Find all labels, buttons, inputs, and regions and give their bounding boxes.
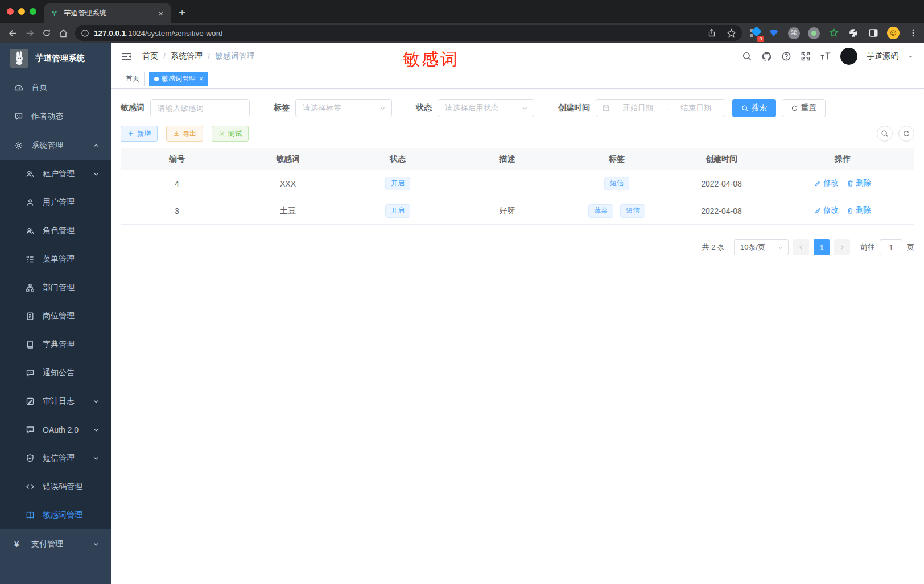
site-info-icon[interactable] (81, 29, 89, 38)
sidebar-item-label: 部门管理 (43, 283, 75, 293)
sidebar-item-user[interactable]: 用户管理 (0, 188, 111, 217)
help-icon[interactable] (781, 51, 791, 61)
edit-link[interactable]: 修改 (814, 178, 839, 188)
close-window-button[interactable] (7, 8, 14, 15)
sidebar-item-notice[interactable]: 通知公告 (0, 359, 111, 387)
forward-icon[interactable] (22, 25, 39, 41)
sidebar-item-sensitive-word[interactable]: 敏感词管理 (0, 501, 111, 529)
red-annotation-text: 敏感词 (403, 48, 459, 71)
browser-toolbar: 127.0.0.1:1024/system/sensitive-word 9 ⌘ (0, 23, 924, 43)
table-row: 4 XXX 开启 短信 2022-04-08 修改 删除 (121, 170, 914, 197)
font-size-icon[interactable] (820, 51, 831, 61)
chevron-down-icon (93, 455, 100, 462)
tag-label: 标签 (274, 103, 290, 113)
tag-sensitive-word[interactable]: 敏感词管理 × (149, 72, 208, 86)
tags-view-bar: 首页 敏感词管理 × (111, 69, 924, 89)
cell-created: 2022-04-08 (672, 179, 771, 188)
url-bar[interactable]: 127.0.0.1:1024/system/sensitive-word (75, 25, 742, 41)
breadcrumb-system[interactable]: 系统管理 (171, 51, 203, 61)
octotree-extension-icon[interactable] (827, 27, 840, 39)
col-header-ops: 操作 (771, 154, 914, 164)
next-page-button[interactable] (834, 239, 850, 255)
window-controls (0, 0, 44, 23)
date-range-picker[interactable]: 开始日期 - 结束日期 (596, 99, 725, 117)
username[interactable]: 芋道源码 (867, 51, 898, 61)
sidebar-item-role[interactable]: 角色管理 (0, 217, 111, 245)
tag-badge: 短信 (620, 204, 645, 218)
page-number-current[interactable]: 1 (814, 239, 830, 255)
delete-link[interactable]: 删除 (847, 205, 871, 216)
share-icon[interactable] (707, 28, 716, 38)
sidebar-item-system[interactable]: 系统管理 (0, 131, 111, 160)
bookmark-star-icon[interactable] (727, 28, 736, 38)
page-size-select[interactable]: 10条/页 (734, 239, 789, 255)
browser-menu-icon[interactable] (907, 27, 919, 39)
sidebar-item-post[interactable]: 岗位管理 (0, 302, 111, 330)
table-refresh-icon[interactable] (898, 126, 914, 142)
user-icon (26, 198, 35, 207)
extensions-puzzle-icon[interactable] (847, 27, 860, 39)
minimize-window-button[interactable] (18, 8, 25, 15)
delete-link[interactable]: 删除 (847, 178, 871, 188)
sidebar-item-errcode[interactable]: 错误码管理 (0, 473, 111, 501)
chevron-down-icon (93, 426, 100, 433)
sidebar-item-label: 审计日志 (43, 396, 75, 407)
sidebar-item-oauth[interactable]: OAuth 2.0 (0, 416, 111, 444)
test-button[interactable]: 测试 (212, 126, 249, 142)
date-end-placeholder: 结束日期 (673, 103, 719, 113)
caret-down-icon[interactable] (908, 53, 914, 60)
github-icon[interactable] (761, 51, 772, 62)
chat-face-icon (26, 425, 35, 434)
sidebar-item-dict[interactable]: 字典管理 (0, 330, 111, 359)
chat-dots-icon (26, 368, 35, 378)
prev-page-button[interactable] (793, 239, 809, 255)
sidebar-item-author-news[interactable]: 作者动态 (0, 102, 111, 131)
chevron-up-icon (93, 142, 100, 149)
sidebar-item-label: 字典管理 (43, 339, 75, 350)
table-search-toggle-icon[interactable] (877, 126, 893, 142)
gem-extension-icon[interactable] (768, 27, 780, 39)
page-unit-label: 页 (907, 242, 914, 252)
sidebar-item-menu[interactable]: 菜单管理 (0, 245, 111, 274)
recorder-extension-icon[interactable] (807, 27, 820, 39)
cell-word: XXX (233, 179, 343, 188)
profile-avatar-smiley[interactable]: ☺ (887, 27, 900, 39)
goto-page-input[interactable] (880, 239, 902, 255)
search-button[interactable]: 搜索 (732, 99, 776, 117)
tag-select[interactable]: 请选择标签 (295, 99, 392, 117)
fullscreen-icon[interactable] (801, 51, 811, 61)
sidebar-item-dept[interactable]: 部门管理 (0, 274, 111, 302)
app-logo-row[interactable]: 芋道管理系统 (0, 43, 111, 73)
sidebar-item-audit-log[interactable]: 审计日志 (0, 387, 111, 416)
sidebar-item-tenant[interactable]: 租户管理 (0, 160, 111, 188)
add-button[interactable]: 新增 (121, 126, 158, 142)
reset-button[interactable]: 重置 (782, 99, 826, 117)
devtools-extension-icon[interactable]: 9 (748, 27, 760, 39)
col-header-word: 敏感词 (233, 154, 343, 164)
keyword-input[interactable] (151, 104, 249, 113)
user-avatar[interactable] (840, 48, 857, 65)
new-tab-button[interactable]: + (179, 6, 185, 19)
chevron-down-icon (93, 541, 100, 548)
back-icon[interactable] (5, 25, 22, 41)
export-button[interactable]: 导出 (166, 126, 203, 142)
reload-icon[interactable] (38, 25, 55, 41)
zoom-window-button[interactable] (30, 8, 36, 15)
cell-desc: 好呀 (453, 206, 562, 216)
sidepanel-icon[interactable] (867, 27, 880, 39)
collapse-sidebar-icon[interactable] (121, 51, 132, 62)
sidebar-item-sms[interactable]: 短信管理 (0, 444, 111, 473)
home-icon[interactable] (55, 25, 72, 41)
status-select[interactable]: 请选择启用状态 (438, 99, 534, 117)
tag-close-icon[interactable]: × (199, 75, 203, 83)
tab-close-icon[interactable]: × (156, 9, 165, 18)
browser-tab[interactable]: 芋道管理系统 × (44, 3, 171, 23)
command-extension-icon[interactable]: ⌘ (787, 27, 800, 39)
tag-home[interactable]: 首页 (121, 72, 145, 86)
sidebar-item-pay[interactable]: ¥ 支付管理 (0, 529, 111, 558)
header-search-icon[interactable] (742, 51, 752, 61)
sidebar-item-home[interactable]: 首页 (0, 73, 111, 102)
edit-link[interactable]: 修改 (814, 205, 839, 216)
breadcrumb-home[interactable]: 首页 (142, 51, 158, 61)
breadcrumb: 首页 / 系统管理 / 敏感词管理 (142, 51, 255, 61)
